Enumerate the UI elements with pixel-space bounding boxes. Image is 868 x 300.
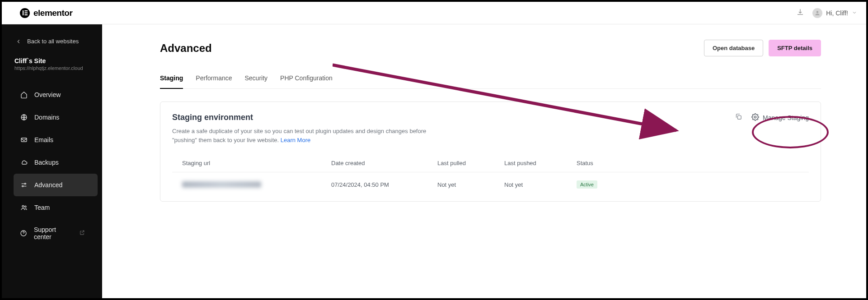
user-menu[interactable]: Hi, Cliff!	[812, 8, 857, 18]
back-label: Back to all websites	[27, 38, 79, 45]
tab-staging[interactable]: Staging	[160, 70, 183, 89]
manage-staging-button[interactable]: Manage Staging	[751, 113, 809, 122]
users-icon	[20, 203, 28, 212]
col-last-pulled: Last pulled	[437, 160, 504, 166]
sidebar-item-label: Domains	[34, 114, 59, 121]
user-greeting: Hi, Cliff!	[826, 9, 848, 17]
card-title: Staging environment	[172, 113, 452, 122]
site-info: Cliff`s Site https://nlphqtjz.elementor.…	[2, 53, 102, 79]
tab-security[interactable]: Security	[245, 70, 268, 88]
svg-rect-2	[24, 12, 28, 13]
top-bar: elementor Hi, Cliff!	[2, 2, 866, 24]
tab-php-configuration[interactable]: PHP Configuration	[280, 70, 333, 88]
brand-logo[interactable]: elementor	[20, 8, 72, 18]
pushed-cell: Not yet	[504, 181, 577, 188]
staging-table: Staging url Date created Last pulled Las…	[172, 154, 809, 197]
sidebar-item-domains[interactable]: Domains	[14, 106, 98, 129]
col-last-pushed: Last pushed	[504, 160, 577, 166]
learn-more-link[interactable]: Learn More	[281, 137, 310, 143]
card-description: Create a safe duplicate of your site so …	[172, 127, 452, 144]
pulled-cell: Not yet	[437, 181, 504, 188]
main-content: Advanced Open database SFTP details Stag…	[102, 24, 866, 298]
col-staging-url: Staging url	[182, 160, 331, 166]
user-area: Hi, Cliff!	[796, 8, 857, 18]
svg-rect-0	[23, 10, 23, 15]
col-status: Status	[577, 160, 799, 166]
svg-point-8	[22, 185, 23, 187]
sidebar-item-label: Emails	[34, 136, 53, 143]
sidebar-item-overview[interactable]: Overview	[14, 83, 98, 106]
chevron-down-icon	[852, 9, 857, 17]
status-badge: Active	[577, 180, 597, 189]
table-row: 07/24/2024, 04:50 PM Not yet Not yet Act…	[172, 172, 809, 197]
page-title: Advanced	[160, 42, 212, 55]
svg-point-4	[816, 11, 819, 13]
external-link-icon	[79, 230, 85, 237]
svg-point-9	[22, 205, 24, 207]
gear-icon	[751, 113, 759, 122]
back-to-websites-link[interactable]: Back to all websites	[2, 35, 102, 50]
svg-rect-6	[21, 138, 27, 142]
tabs: Staging Performance Security PHP Configu…	[160, 70, 821, 89]
brand-name: elementor	[33, 8, 72, 18]
help-icon	[20, 229, 28, 237]
table-header: Staging url Date created Last pulled Las…	[172, 154, 809, 172]
svg-rect-12	[737, 115, 741, 119]
sidebar-item-support[interactable]: Support center	[14, 219, 98, 248]
elementor-logo-icon	[20, 8, 30, 18]
cloud-icon	[20, 158, 28, 166]
svg-point-10	[25, 206, 26, 207]
avatar-icon	[812, 8, 822, 18]
status-cell: Active	[577, 180, 799, 189]
svg-rect-3	[24, 14, 28, 15]
sidebar-item-label: Backups	[34, 159, 59, 166]
svg-point-7	[24, 183, 26, 185]
date-cell: 07/24/2024, 04:50 PM	[331, 181, 437, 188]
sidebar: Back to all websites Cliff`s Site https:…	[2, 24, 102, 298]
sidebar-item-label: Advanced	[34, 181, 62, 189]
copy-icon[interactable]	[735, 113, 742, 122]
sftp-details-button[interactable]: SFTP details	[769, 40, 821, 56]
staging-url-cell	[182, 181, 331, 188]
tab-performance[interactable]: Performance	[196, 70, 232, 88]
site-name: Cliff`s Site	[14, 57, 89, 65]
site-url: https://nlphqtjz.elementor.cloud	[14, 65, 89, 71]
staging-card: Staging environment Create a safe duplic…	[160, 102, 821, 202]
sliders-icon	[20, 181, 28, 189]
svg-point-13	[754, 116, 756, 118]
manage-staging-label: Manage Staging	[763, 114, 809, 121]
sidebar-item-advanced[interactable]: Advanced	[14, 174, 98, 196]
sidebar-item-team[interactable]: Team	[14, 196, 98, 219]
sidebar-item-label: Overview	[34, 91, 61, 98]
col-date-created: Date created	[331, 160, 437, 166]
mail-icon	[20, 136, 28, 144]
globe-icon	[20, 113, 28, 121]
sidebar-item-emails[interactable]: Emails	[14, 129, 98, 151]
open-database-button[interactable]: Open database	[704, 40, 763, 56]
sidebar-item-backups[interactable]: Backups	[14, 151, 98, 174]
sidebar-item-label: Team	[34, 204, 50, 211]
redacted-url	[182, 181, 261, 188]
home-icon	[20, 91, 28, 99]
svg-rect-1	[24, 10, 28, 11]
sidebar-item-label: Support center	[34, 226, 73, 240]
download-icon[interactable]	[796, 8, 804, 18]
